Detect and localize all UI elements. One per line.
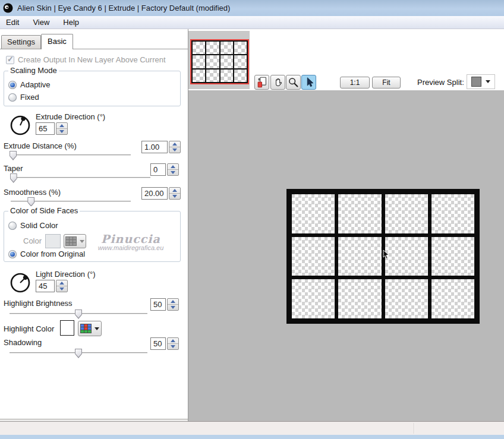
color-label: Color bbox=[23, 236, 42, 245]
tab-basic[interactable]: Basic bbox=[41, 34, 73, 49]
grid-cell bbox=[338, 279, 381, 318]
light-direction-dial[interactable] bbox=[9, 271, 32, 294]
extrude-distance-label: Extrude Distance (%) bbox=[4, 141, 77, 150]
slider-thumb[interactable] bbox=[75, 349, 82, 358]
highlight-color-swatch[interactable] bbox=[60, 320, 74, 336]
cursor-arrow-icon bbox=[303, 76, 316, 89]
shadowing-label: Shadowing bbox=[4, 338, 42, 347]
smoothness-label: Smoothness (%) bbox=[4, 188, 61, 197]
shadowing-slider[interactable] bbox=[10, 348, 147, 358]
extrude-direction-label: Extrude Direction (°) bbox=[36, 112, 105, 121]
taper-spinner: 0 bbox=[150, 163, 179, 176]
zoom-fit-button[interactable]: Fit bbox=[372, 77, 401, 89]
fixed-option[interactable]: Fixed bbox=[8, 93, 39, 102]
highlight-brightness-value[interactable]: 50 bbox=[150, 298, 166, 311]
highlight-brightness-slider[interactable] bbox=[10, 309, 147, 319]
preview-split-dropdown[interactable] bbox=[467, 74, 495, 89]
grid-cell bbox=[385, 237, 428, 276]
basic-tab-body: Create Output In New Layer Above Current… bbox=[0, 49, 187, 421]
thumb-cell bbox=[234, 70, 247, 82]
fixed-radio[interactable] bbox=[8, 93, 17, 102]
spin-down-button[interactable] bbox=[56, 286, 67, 292]
taper-label: Taper bbox=[4, 164, 23, 173]
zoom-actual-button[interactable]: 1:1 bbox=[340, 77, 370, 89]
light-direction-value[interactable]: 45 bbox=[36, 280, 55, 292]
light-direction-spinner: 45 bbox=[36, 280, 68, 292]
slider-thumb[interactable] bbox=[10, 173, 17, 183]
slider-thumb[interactable] bbox=[27, 197, 34, 207]
thumb-cell bbox=[234, 55, 247, 68]
spin-down-button[interactable] bbox=[169, 194, 180, 199]
thumb-cell bbox=[193, 42, 205, 54]
create-output-checkbox[interactable] bbox=[6, 56, 14, 64]
slider-thumb[interactable] bbox=[10, 151, 17, 160]
adaptive-option[interactable]: Adaptive bbox=[8, 80, 51, 89]
extrude-distance-value[interactable]: 1.00 bbox=[141, 141, 168, 153]
thumb-cell bbox=[193, 55, 205, 68]
preview-canvas[interactable] bbox=[188, 90, 504, 421]
solid-color-radio[interactable] bbox=[8, 222, 17, 230]
highlight-color-label: Highlight Color bbox=[4, 324, 54, 333]
extrude-direction-value[interactable]: 65 bbox=[36, 122, 55, 135]
menu-edit[interactable]: Edit bbox=[5, 17, 26, 29]
app-logo-icon bbox=[3, 3, 13, 13]
spin-up-button[interactable] bbox=[56, 123, 67, 129]
spin-down-button[interactable] bbox=[168, 305, 178, 310]
spin-up-button[interactable] bbox=[169, 141, 180, 147]
smoothness-value[interactable]: 20.00 bbox=[141, 187, 168, 200]
menu-help[interactable]: Help bbox=[62, 17, 86, 29]
slider-thumb[interactable] bbox=[75, 309, 82, 319]
thumb-cell bbox=[220, 55, 233, 68]
adaptive-radio[interactable] bbox=[8, 81, 17, 89]
grid-cell bbox=[431, 279, 474, 318]
select-tool-button[interactable] bbox=[301, 75, 316, 90]
navigator-box bbox=[188, 31, 250, 89]
color-from-original-option[interactable]: Color from Original bbox=[8, 249, 85, 258]
adaptive-label: Adaptive bbox=[20, 80, 51, 89]
pan-tool-button[interactable] bbox=[270, 75, 285, 90]
spin-up-button[interactable] bbox=[169, 188, 180, 194]
color-from-original-radio[interactable] bbox=[8, 250, 17, 258]
watermark-name: Pinuccia bbox=[77, 232, 184, 245]
highlight-brightness-label: Highlight Brightness bbox=[4, 299, 73, 308]
palette-icon bbox=[65, 236, 77, 246]
taper-slider[interactable] bbox=[11, 173, 150, 183]
menu-view[interactable]: View bbox=[32, 17, 56, 29]
spin-down-button[interactable] bbox=[168, 170, 178, 175]
spin-up-button[interactable] bbox=[168, 299, 178, 305]
window-title: Alien Skin | Eye Candy 6 | Extrude | Fac… bbox=[17, 4, 230, 12]
spin-up-button[interactable] bbox=[56, 280, 67, 286]
thumb-cell bbox=[193, 70, 205, 82]
smoothness-slider[interactable] bbox=[11, 197, 131, 207]
scaling-mode-group: Scaling Mode Adaptive Fixed bbox=[4, 71, 181, 106]
shadowing-value[interactable]: 50 bbox=[150, 337, 166, 350]
dropdown-arrow-icon bbox=[486, 80, 490, 83]
navigator-thumbnail[interactable] bbox=[190, 39, 249, 84]
solid-color-option[interactable]: Solid Color bbox=[8, 221, 58, 230]
spin-up-button[interactable] bbox=[168, 164, 178, 170]
thumb-cell bbox=[234, 42, 247, 54]
grid-cell bbox=[292, 279, 335, 318]
thumb-cell bbox=[220, 70, 233, 82]
watermark: Pinuccia www.maidiregrafica.eu bbox=[77, 232, 184, 251]
grid-cell bbox=[292, 237, 335, 276]
spin-down-button[interactable] bbox=[169, 147, 180, 153]
taper-value[interactable]: 0 bbox=[150, 163, 166, 176]
spin-down-button[interactable] bbox=[168, 344, 178, 349]
toggle-original-button[interactable] bbox=[254, 75, 269, 90]
tab-settings[interactable]: Settings bbox=[1, 35, 41, 49]
grid-cell bbox=[385, 194, 428, 233]
menu-bar: Edit View Help bbox=[0, 16, 504, 29]
spin-up-button[interactable] bbox=[168, 338, 178, 344]
highlight-color-dropdown[interactable] bbox=[78, 321, 102, 336]
zoom-tool-button[interactable] bbox=[286, 75, 301, 90]
thumb-cell bbox=[220, 42, 233, 54]
spin-down-button[interactable] bbox=[56, 129, 67, 134]
preview-toolbar: 1:1 Fit Preview Split: bbox=[188, 29, 504, 90]
extrude-distance-slider[interactable] bbox=[11, 150, 131, 160]
fixed-label: Fixed bbox=[20, 93, 39, 102]
shadowing-spinner: 50 bbox=[150, 337, 179, 350]
extrude-direction-dial[interactable] bbox=[9, 114, 32, 137]
color-from-original-label: Color from Original bbox=[20, 249, 85, 258]
thumb-cell bbox=[206, 55, 219, 68]
